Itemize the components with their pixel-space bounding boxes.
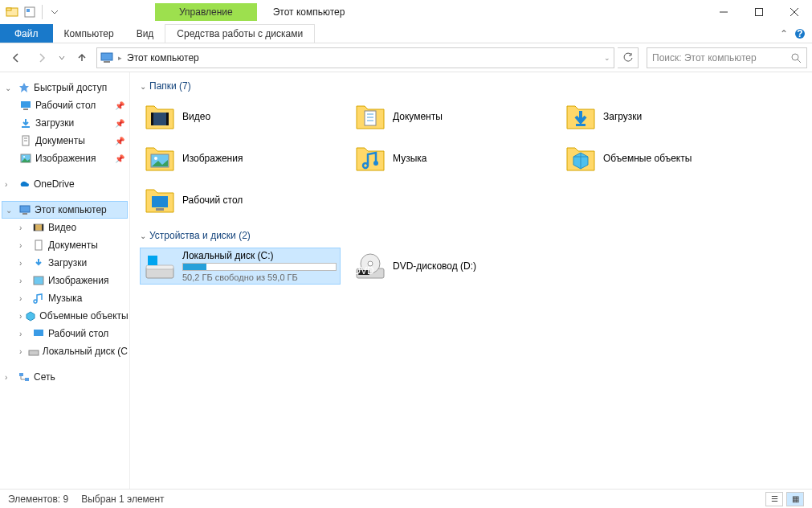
chevron-right-icon[interactable]: › (19, 241, 29, 250)
qat-dropdown-icon[interactable] (47, 5, 62, 19)
folder-pictures[interactable]: Изображения (140, 140, 341, 177)
tree-label: Рабочий стол (48, 328, 108, 339)
tree-documents2[interactable]: ›Документы (2, 236, 128, 254)
app-icon (5, 5, 19, 19)
tree-this-pc[interactable]: ⌄Этот компьютер (2, 201, 128, 219)
chevron-down-icon: ⌄ (140, 82, 146, 91)
tab-file[interactable]: Файл (0, 24, 53, 43)
download-icon (19, 117, 32, 129)
folder-downloads[interactable]: Загрузки (561, 98, 761, 135)
chevron-down-icon[interactable]: ⌄ (5, 84, 14, 92)
chevron-right-icon[interactable]: › (19, 223, 29, 232)
folder-3dobjects[interactable]: Объемные объекты (561, 140, 761, 177)
svg-rect-35 (166, 113, 169, 125)
address-dropdown-icon[interactable]: ⌄ (604, 54, 610, 62)
tree-network[interactable]: ›Сеть (2, 368, 128, 386)
device-local-disk[interactable]: Локальный диск (C:) 50,2 ГБ свободно из … (140, 248, 341, 285)
tab-file-label: Файл (14, 28, 39, 39)
tree-label: Локальный диск (C (43, 346, 128, 357)
svg-text:?: ? (797, 28, 802, 39)
history-dropdown-icon[interactable] (56, 47, 67, 68)
ribbon-collapse-icon[interactable]: ⌃ (780, 28, 788, 39)
search-icon[interactable] (790, 52, 802, 63)
svg-rect-10 (101, 53, 112, 60)
chevron-right-icon[interactable]: › (19, 277, 29, 285)
svg-rect-34 (151, 113, 153, 125)
up-button[interactable] (71, 47, 93, 68)
tree-pictures[interactable]: Изображения📌 (2, 150, 128, 167)
tree-documents[interactable]: Документы📌 (2, 132, 128, 150)
view-tiles-button[interactable]: ▦ (786, 492, 804, 506)
chevron-right-icon[interactable]: › (19, 259, 29, 268)
back-button[interactable] (5, 47, 27, 68)
navigation-bar: ▸ Этот компьютер ⌄ Поиск: Этот компьютер (0, 43, 812, 72)
refresh-button[interactable] (618, 47, 639, 68)
search-box[interactable]: Поиск: Этот компьютер (647, 47, 807, 68)
minimize-button[interactable] (706, 0, 741, 24)
status-bar: Элементов: 9 Выбран 1 элемент ☰ ▦ (0, 489, 812, 508)
tree-label: Этот компьютер (35, 204, 107, 215)
breadcrumb[interactable]: Этот компьютер (127, 52, 599, 63)
document-icon (32, 239, 45, 252)
group-header-folders[interactable]: ⌄Папки (7) (140, 80, 802, 92)
tab-view[interactable]: Вид (125, 24, 165, 43)
tree-3dobjects[interactable]: ›Объемные объекты (2, 307, 128, 325)
group-header-devices[interactable]: ⌄Устройства и диски (2) (140, 230, 802, 241)
tab-computer[interactable]: Компьютер (53, 24, 125, 43)
folder-3dobjects-icon (565, 142, 597, 174)
address-bar[interactable]: ▸ Этот компьютер ⌄ (96, 47, 614, 68)
close-button[interactable] (777, 0, 812, 24)
folder-label: Музыка (393, 153, 426, 164)
folder-desktop[interactable]: Рабочий стол (140, 182, 341, 219)
folder-label: Загрузки (603, 111, 642, 122)
svg-rect-23 (22, 213, 27, 215)
tree-onedrive[interactable]: ›OneDrive (2, 175, 128, 193)
tree-label: Рабочий стол (35, 100, 96, 111)
tab-drive-tools[interactable]: Средства работы с дисками (165, 24, 315, 43)
tab-view-label: Вид (137, 28, 154, 39)
ribbon-context-label: Управление (179, 6, 233, 18)
tree-localdisk[interactable]: ›Локальный диск (C (2, 342, 128, 360)
chevron-right-icon[interactable]: › (19, 312, 22, 321)
tree-label: Документы (35, 135, 85, 146)
folder-documents[interactable]: Документы (350, 98, 551, 135)
view-details-button[interactable]: ☰ (765, 492, 783, 506)
drive-icon (28, 345, 39, 358)
folder-videos[interactable]: Видео (140, 98, 341, 135)
device-dvd[interactable]: DVD DVD-дисковод (D:) (350, 248, 551, 285)
chevron-right-icon[interactable]: › (19, 294, 29, 303)
status-selected: Выбран 1 элемент (81, 494, 164, 505)
tree-desktop2[interactable]: ›Рабочий стол (2, 325, 128, 342)
properties-icon[interactable] (22, 5, 37, 19)
chevron-right-icon[interactable]: › (5, 180, 14, 189)
tree-desktop[interactable]: Рабочий стол📌 (2, 96, 128, 114)
picture-icon (32, 274, 45, 287)
chevron-right-icon[interactable]: › (19, 330, 29, 338)
chevron-right-icon[interactable]: › (19, 347, 25, 356)
help-icon[interactable]: ? (794, 28, 806, 39)
maximize-button[interactable] (741, 0, 777, 24)
this-pc-icon (100, 51, 113, 64)
tree-downloads[interactable]: Загрузки📌 (2, 114, 128, 132)
download-icon (32, 256, 45, 269)
svg-rect-5 (756, 9, 763, 16)
tree-videos[interactable]: ›Видео (2, 219, 128, 236)
tree-label: Изображения (48, 275, 108, 286)
tree-pictures2[interactable]: ›Изображения (2, 272, 128, 289)
svg-rect-1 (6, 8, 11, 10)
chevron-down-icon[interactable]: ⌄ (6, 206, 15, 215)
forward-button[interactable] (31, 47, 53, 68)
tree-quick-access[interactable]: ⌄Быстрый доступ (2, 79, 128, 96)
folder-pictures-icon (144, 142, 176, 174)
document-icon (19, 134, 32, 147)
folder-music[interactable]: Музыка (350, 140, 551, 177)
tab-computer-label: Компьютер (64, 28, 114, 39)
capacity-bar (182, 263, 337, 271)
drive-icon (144, 250, 176, 282)
tree-label: Загрузки (35, 117, 74, 129)
tree-music[interactable]: ›Музыка (2, 289, 128, 307)
chevron-right-icon[interactable]: › (5, 373, 14, 382)
breadcrumb-separator-icon[interactable]: ▸ (118, 54, 122, 62)
tree-downloads2[interactable]: ›Загрузки (2, 254, 128, 272)
chevron-down-icon: ⌄ (140, 231, 146, 240)
